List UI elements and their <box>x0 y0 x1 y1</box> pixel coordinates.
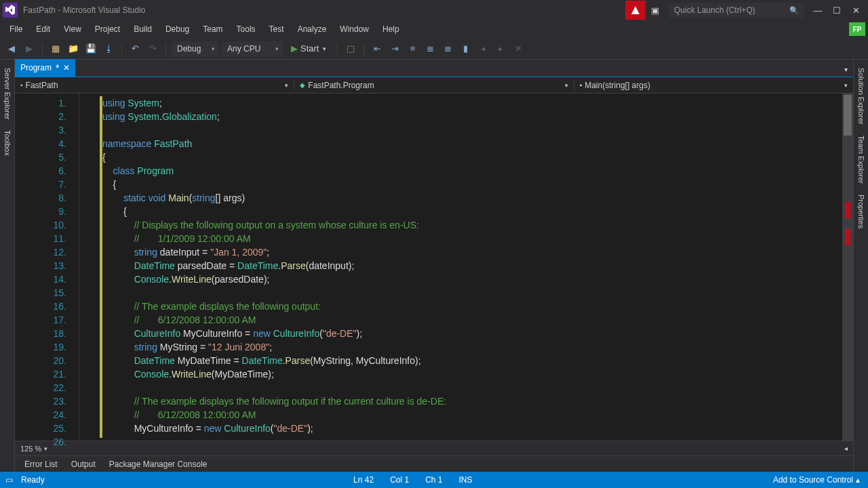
title-bar: FastPath - Microsoft Visual Studio ▣ Qui… <box>0 0 868 20</box>
menu-bar: File Edit View Project Build Debug Team … <box>0 20 868 38</box>
status-ready: Ready <box>13 475 53 485</box>
sidebar-solution-explorer[interactable]: Solution Explorer <box>857 62 865 130</box>
account-badge[interactable]: FP <box>849 22 865 36</box>
comment-icon[interactable]: ≣ <box>422 41 437 56</box>
status-bar: ▭ Ready Ln 42 Col 1 Ch 1 INS Add to Sour… <box>0 472 868 488</box>
redo-icon[interactable]: ↷ <box>145 41 160 56</box>
vertical-scrollbar[interactable] <box>842 94 853 441</box>
sidebar-toolbox[interactable]: Toolbox <box>3 125 12 161</box>
sidebar-properties[interactable]: Properties <box>857 189 865 234</box>
code-content[interactable]: using System;using System.Globalization;… <box>79 94 853 441</box>
new-project-icon[interactable]: ▦ <box>48 41 63 56</box>
menu-test[interactable]: Test <box>262 22 291 37</box>
status-ch: Ch 1 <box>417 475 450 485</box>
bookmark-next-icon[interactable]: ▸ <box>493 41 508 56</box>
menu-debug[interactable]: Debug <box>159 22 196 37</box>
format-icon[interactable]: ≡ <box>405 41 420 56</box>
change-bar <box>100 96 102 438</box>
status-col: Col 1 <box>382 475 417 485</box>
menu-project[interactable]: Project <box>88 22 127 37</box>
platform-dropdown[interactable]: Any CPU <box>222 41 283 56</box>
status-icon: ▭ <box>5 475 13 485</box>
bookmark-icon[interactable]: ▮ <box>458 41 473 56</box>
status-line: Ln 42 <box>345 475 382 485</box>
left-sidebar: Server Explorer Toolbox <box>0 60 15 472</box>
start-button[interactable]: ▶Start▾ <box>285 43 332 54</box>
quick-launch-input[interactable]: Quick Launch (Ctrl+Q)🔍 <box>669 3 804 18</box>
sidebar-team-explorer[interactable]: Team Explorer <box>857 130 865 189</box>
menu-build[interactable]: Build <box>127 22 159 37</box>
sidebar-server-explorer[interactable]: Server Explorer <box>3 62 12 125</box>
feedback-button[interactable] <box>625 1 646 20</box>
scroll-thumb[interactable] <box>844 95 852 136</box>
dirty-indicator: * <box>56 62 59 73</box>
tab-close-icon[interactable]: ✕ <box>63 63 70 73</box>
tab-program[interactable]: Program * ✕ <box>15 59 75 77</box>
tab-package-manager[interactable]: Package Manager Console <box>104 457 213 472</box>
vs-logo-icon <box>3 3 18 18</box>
menu-help[interactable]: Help <box>376 22 406 37</box>
error-marker <box>845 229 850 245</box>
status-ins: INS <box>451 475 481 485</box>
nav-member[interactable]: ▪Main(string[] args)▾ <box>574 81 853 90</box>
document-tabs: Program * ✕ ▾ <box>15 60 853 77</box>
close-button[interactable]: ✕ <box>846 1 865 20</box>
minimize-button[interactable]: — <box>808 1 827 20</box>
back-icon[interactable]: ◀ <box>4 41 19 56</box>
error-marker <box>845 202 850 218</box>
bookmark-prev-icon[interactable]: ◂ <box>475 41 490 56</box>
save-all-icon[interactable]: ⭳ <box>101 41 116 56</box>
bookmark-clear-icon[interactable]: ✕ <box>511 41 526 56</box>
config-dropdown[interactable]: Debug <box>172 41 219 56</box>
uncomment-icon[interactable]: ≣ <box>440 41 455 56</box>
tab-output[interactable]: Output <box>66 457 101 472</box>
menu-file[interactable]: File <box>3 22 29 37</box>
tab-error-list[interactable]: Error List <box>19 457 63 472</box>
menu-view[interactable]: View <box>57 22 88 37</box>
maximize-button[interactable]: ☐ <box>827 1 846 20</box>
search-icon: 🔍 <box>789 6 799 15</box>
notifications-icon[interactable]: ▣ <box>646 1 665 20</box>
nav-type[interactable]: ◆FastPath.Program▾ <box>294 81 574 90</box>
toolbar: ◀ ▶ ▦ 📁 💾 ⭳ ↶ ↷ Debug Any CPU ▶Start▾ ⬚ … <box>0 38 868 60</box>
add-source-control[interactable]: Add to Source Control ▴ <box>773 475 863 485</box>
menu-window[interactable]: Window <box>333 22 376 37</box>
open-icon[interactable]: 📁 <box>66 41 81 56</box>
window-title: FastPath - Microsoft Visual Studio <box>23 5 625 15</box>
menu-team[interactable]: Team <box>196 22 229 37</box>
line-gutter: 1.2.3.4.5.6.7.8.9.10.11.12.13.14.15.16.1… <box>15 94 79 441</box>
indent-more-icon[interactable]: ⇥ <box>387 41 402 56</box>
nav-project[interactable]: ▪FastPath▾ <box>15 81 294 90</box>
code-editor[interactable]: 1.2.3.4.5.6.7.8.9.10.11.12.13.14.15.16.1… <box>15 94 853 441</box>
step-icon[interactable]: ⬚ <box>343 41 358 56</box>
navigation-bar: ▪FastPath▾ ◆FastPath.Program▾ ▪Main(stri… <box>15 77 853 94</box>
undo-icon[interactable]: ↶ <box>127 41 142 56</box>
tab-dropdown-icon[interactable]: ▾ <box>838 62 853 77</box>
save-icon[interactable]: 💾 <box>83 41 98 56</box>
menu-analyze[interactable]: Analyze <box>291 22 334 37</box>
bottom-panel-tabs: Error List Output Package Manager Consol… <box>15 455 853 472</box>
forward-icon[interactable]: ▶ <box>22 41 37 56</box>
menu-tools[interactable]: Tools <box>230 22 262 37</box>
right-sidebar: Solution Explorer Team Explorer Properti… <box>853 60 868 472</box>
menu-edit[interactable]: Edit <box>29 22 57 37</box>
indent-less-icon[interactable]: ⇤ <box>370 41 384 56</box>
